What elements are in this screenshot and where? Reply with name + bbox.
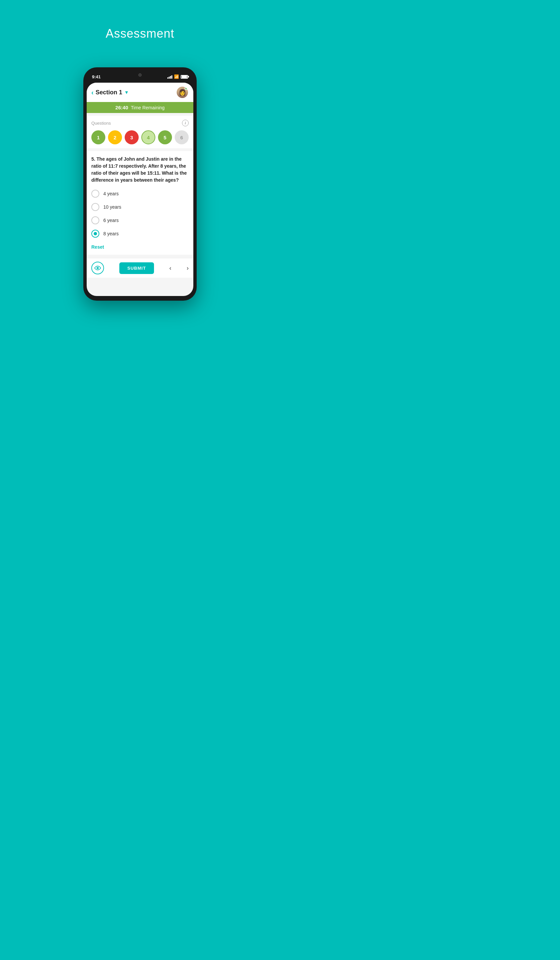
avatar: 👩	[176, 86, 189, 99]
questions-section: Questions i 1 2 3 4 5 6 ›	[87, 116, 194, 148]
bar4	[171, 75, 172, 78]
option-c[interactable]: 6 years	[91, 216, 189, 224]
phone-notch	[130, 71, 150, 79]
page-title: Assessment	[106, 27, 174, 41]
eye-icon	[94, 265, 101, 271]
bar1	[167, 77, 168, 78]
option-a-text: 4 years	[103, 191, 119, 196]
section-title: Section 1	[96, 89, 122, 96]
phone-shell: 9:41 📶 ‹ Section 1 ▼	[83, 67, 197, 301]
question-content: 5. The ages of John and Justin are in th…	[87, 151, 194, 254]
timer-label: Time Remaining	[131, 105, 164, 110]
option-a[interactable]: 4 years	[91, 190, 189, 198]
battery-icon	[181, 75, 188, 78]
question-bubble-5[interactable]: 5	[158, 130, 172, 144]
question-bubble-6[interactable]: 6	[174, 130, 189, 144]
timer-value: 26:40	[115, 105, 128, 110]
question-bubble-1[interactable]: 1	[91, 130, 105, 144]
questions-header: Questions i	[91, 120, 189, 126]
radio-b[interactable]	[91, 203, 99, 211]
option-d[interactable]: 8 years	[91, 230, 189, 238]
header-left: ‹ Section 1 ▼	[91, 89, 129, 96]
radio-a[interactable]	[91, 190, 99, 198]
option-c-text: 6 years	[103, 218, 119, 223]
bottom-nav: SUBMIT ‹ ›	[87, 258, 194, 278]
wifi-icon: 📶	[174, 74, 179, 79]
app-header: ‹ Section 1 ▼ 👩	[87, 83, 194, 102]
question-bubble-2[interactable]: 2	[108, 130, 122, 144]
timer-bar: 26:40 Time Remaining	[87, 102, 194, 113]
radio-d-fill	[94, 232, 97, 235]
questions-label: Questions	[91, 121, 111, 126]
option-d-text: 8 years	[103, 231, 119, 236]
question-text: 5. The ages of John and Justin are in th…	[91, 156, 189, 184]
status-icons: 📶	[167, 74, 188, 79]
dropdown-icon[interactable]: ▼	[124, 90, 129, 95]
bar3	[170, 76, 171, 78]
battery-fill	[182, 76, 187, 78]
radio-d[interactable]	[91, 230, 99, 238]
prev-button[interactable]: ‹	[169, 265, 171, 272]
radio-c[interactable]	[91, 216, 99, 224]
reset-button[interactable]: Reset	[91, 244, 104, 250]
info-icon[interactable]: i	[182, 120, 189, 126]
option-b[interactable]: 10 years	[91, 203, 189, 211]
online-indicator	[185, 87, 188, 90]
question-bubble-4[interactable]: 4	[141, 130, 155, 144]
svg-point-1	[98, 268, 98, 268]
phone-screen: ‹ Section 1 ▼ 👩 26:40 Time Remaining Que…	[87, 83, 194, 296]
next-button[interactable]: ›	[187, 265, 189, 272]
question-bubble-3[interactable]: 3	[125, 130, 139, 144]
back-button[interactable]: ‹	[91, 89, 94, 96]
bar2	[169, 77, 170, 78]
camera-notch	[138, 73, 142, 77]
status-time: 9:41	[92, 74, 101, 79]
submit-button[interactable]: SUBMIT	[119, 262, 154, 274]
home-icon-button[interactable]	[91, 262, 104, 274]
status-bar: 9:41 📶	[87, 71, 194, 83]
option-b-text: 10 years	[103, 204, 121, 210]
signal-bars-icon	[167, 75, 172, 78]
question-bubbles: 1 2 3 4 5 6 ›	[91, 130, 189, 144]
